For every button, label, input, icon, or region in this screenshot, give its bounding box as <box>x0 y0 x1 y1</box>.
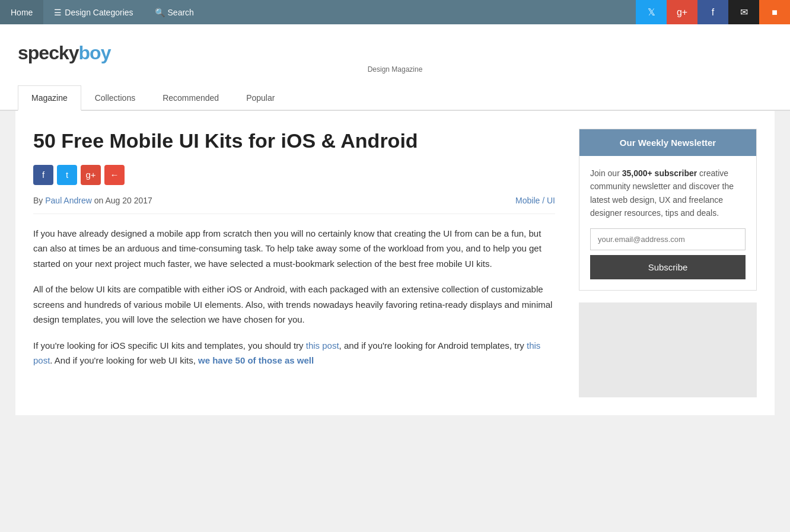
site-tagline: Design Magazine <box>18 65 772 74</box>
article-title: 50 Free Mobile UI Kits for iOS & Android <box>33 129 555 153</box>
article-main: 50 Free Mobile UI Kits for iOS & Android… <box>33 129 555 397</box>
category-link[interactable]: Mobile / UI <box>515 196 555 205</box>
site-logo[interactable]: speckyboy <box>18 42 110 64</box>
top-navigation: Home ☰ Design Categories 🔍 Search 𝕏 g+ f… <box>0 0 790 24</box>
share-facebook-btn[interactable]: f <box>33 165 53 185</box>
email-icon: ✉ <box>740 7 748 18</box>
share-twitter-btn[interactable]: t <box>57 165 77 185</box>
site-header: speckyboy Design Magazine <box>0 24 790 85</box>
article-date: Aug 20 2017 <box>105 196 152 205</box>
newsletter-subscriber-count: 35,000+ subscriber <box>622 168 697 178</box>
sidebar-advertisement <box>579 302 757 397</box>
gplus-icon: g+ <box>677 7 687 18</box>
nav-home[interactable]: Home <box>0 0 43 24</box>
social-rss-btn[interactable]: ■ <box>759 0 790 24</box>
tab-collections[interactable]: Collections <box>81 85 149 111</box>
facebook-icon: f <box>712 7 714 18</box>
article-paragraph-2: All of the below UI kits are compatible … <box>33 282 555 327</box>
social-gplus-btn[interactable]: g+ <box>667 0 697 24</box>
newsletter-description: Join our 35,000+ subscriber creative com… <box>590 167 746 220</box>
tab-magazine[interactable]: Magazine <box>18 85 81 111</box>
social-facebook-btn[interactable]: f <box>697 0 728 24</box>
nav-design-categories[interactable]: ☰ Design Categories <box>43 0 144 24</box>
gplus-share-icon: g+ <box>85 170 95 180</box>
article-meta: By Paul Andrew on Aug 20 2017 Mobile / U… <box>33 196 555 214</box>
article-p3-end: . And if you're looking for web UI kits, <box>50 355 198 365</box>
newsletter-submit-btn[interactable]: Subscribe <box>590 255 746 279</box>
article-p3-link1[interactable]: this post <box>306 340 339 351</box>
tab-popular[interactable]: Popular <box>232 85 288 111</box>
newsletter-box: Our Weekly Newsletter Join our 35,000+ s… <box>579 129 757 291</box>
newsletter-email-input[interactable] <box>590 228 746 250</box>
tab-recommended[interactable]: Recommended <box>149 85 232 111</box>
social-share-bar: f t g+ ← <box>33 165 555 185</box>
sidebar: Our Weekly Newsletter Join our 35,000+ s… <box>579 129 757 397</box>
article-p3-mid: , and if you're looking for Android temp… <box>339 340 527 351</box>
article-paragraph-1: If you have already designed a mobile ap… <box>33 226 555 272</box>
article-body: If you have already designed a mobile ap… <box>33 226 555 368</box>
main-content: 50 Free Mobile UI Kits for iOS & Android… <box>15 111 775 415</box>
article-paragraph-3: If you're looking for iOS specific UI ki… <box>33 338 555 368</box>
share-gplus-btn[interactable]: g+ <box>81 165 101 185</box>
social-twitter-btn[interactable]: 𝕏 <box>636 0 667 24</box>
hamburger-icon: ☰ <box>54 8 62 17</box>
search-icon: 🔍 <box>155 8 165 17</box>
newsletter-header: Our Weekly Newsletter <box>579 129 756 156</box>
newsletter-text-start: Join our <box>590 168 622 178</box>
article-p3-link3[interactable]: we have 50 of those as well <box>198 355 314 365</box>
social-email-btn[interactable]: ✉ <box>728 0 759 24</box>
article-category: Mobile / UI <box>515 196 555 205</box>
newsletter-body: Join our 35,000+ subscriber creative com… <box>579 156 756 290</box>
logo-text-part2: boy <box>79 42 111 63</box>
author-link[interactable]: Paul Andrew <box>45 196 92 205</box>
twitter-share-icon: t <box>66 170 68 180</box>
article-p3-start: If you're looking for iOS specific UI ki… <box>33 340 306 351</box>
share-icon: ← <box>110 170 119 180</box>
nav-search[interactable]: 🔍 Search <box>144 0 205 24</box>
rss-icon: ■ <box>772 7 778 18</box>
facebook-share-icon: f <box>42 170 44 180</box>
share-generic-btn[interactable]: ← <box>104 165 125 185</box>
tabs-bar: Magazine Collections Recommended Popular <box>0 85 790 111</box>
logo-text-part1: specky <box>18 42 79 63</box>
twitter-icon: 𝕏 <box>648 7 655 18</box>
article-byline: By Paul Andrew on Aug 20 2017 <box>33 196 152 205</box>
